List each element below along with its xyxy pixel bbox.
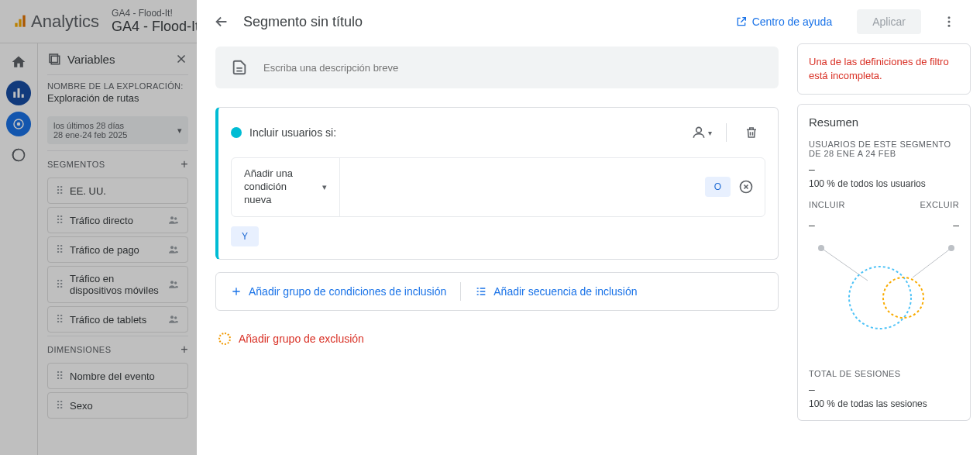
description-row	[215, 47, 779, 88]
add-condition-group-button[interactable]: Añadir grupo de condiciones de inclusión	[216, 276, 460, 307]
person-icon	[691, 125, 707, 140]
exclusion-icon	[218, 333, 231, 345]
svg-line-24	[821, 248, 868, 281]
sessions-count: –	[809, 383, 959, 395]
include-indicator-icon	[231, 127, 242, 138]
svg-point-26	[849, 267, 911, 329]
back-button[interactable]	[212, 12, 231, 31]
warning-text: Una de las definiciones de filtro está i…	[809, 55, 959, 83]
more-options-button[interactable]	[934, 6, 965, 37]
venn-diagram	[809, 242, 964, 335]
sequence-icon	[475, 285, 487, 298]
sessions-card: TOTAL DE SESIONES – 100 % de todas las s…	[797, 358, 971, 421]
summary-title: Resumen	[809, 115, 959, 129]
include-group-card: Incluir usuarios si: ▾ Añadir una condic…	[215, 107, 779, 260]
apply-button[interactable]: Aplicar	[857, 9, 921, 34]
include-label: INCLUIR	[809, 200, 845, 209]
include-title: Incluir usuarios si:	[249, 126, 679, 139]
trash-icon	[744, 126, 758, 140]
svg-point-21	[948, 25, 951, 27]
document-icon	[231, 59, 248, 76]
chevron-down-icon: ▾	[708, 129, 712, 137]
sessions-percent: 100 % de todas las sesiones	[809, 398, 959, 409]
add-exclusion-group-button[interactable]: Añadir grupo de exclusión	[215, 326, 779, 351]
add-include-row: Añadir grupo de condiciones de inclusión…	[215, 272, 779, 311]
scope-selector[interactable]: ▾	[687, 119, 715, 146]
more-vert-icon	[942, 15, 956, 29]
users-percent: 100 % de todos los usuarios	[809, 178, 959, 189]
plus-icon	[230, 285, 242, 298]
svg-point-19	[948, 16, 951, 19]
svg-line-25	[913, 248, 951, 277]
warning-card: Una de las definiciones de filtro está i…	[797, 43, 971, 95]
modal-header: Segmento sin título Centro de ayuda Apli…	[197, 0, 980, 43]
exclude-label: EXCLUIR	[920, 200, 959, 209]
chevron-down-icon: ▾	[322, 182, 327, 192]
summary-panel: Una de las definiciones de filtro está i…	[797, 43, 980, 455]
delete-group-button[interactable]	[738, 119, 765, 146]
segment-editor: Incluir usuarios si: ▾ Añadir una condic…	[197, 43, 797, 455]
condition-selector[interactable]: Añadir una condición nueva ▾	[232, 158, 340, 216]
and-button[interactable]: Y	[231, 226, 259, 246]
segment-builder-modal: Segmento sin título Centro de ayuda Apli…	[197, 0, 980, 455]
remove-condition-button[interactable]	[737, 178, 755, 196]
condition-row: Añadir una condición nueva ▾ O	[231, 157, 765, 217]
users-label: USUARIOS DE ESTE SEGMENTO DE 28 ENE A 24…	[809, 140, 959, 158]
description-input[interactable]	[263, 62, 763, 74]
summary-card: Resumen USUARIOS DE ESTE SEGMENTO DE 28 …	[797, 104, 971, 358]
or-button[interactable]: O	[705, 177, 731, 197]
sessions-label: TOTAL DE SESIONES	[809, 369, 959, 378]
svg-point-27	[883, 277, 923, 318]
add-sequence-button[interactable]: Añadir secuencia de inclusión	[461, 276, 651, 307]
segment-title-input[interactable]: Segmento sin título	[243, 14, 723, 30]
help-link[interactable]: Centro de ayuda	[735, 16, 833, 28]
open-in-new-icon	[735, 16, 748, 28]
svg-point-22	[696, 127, 701, 133]
users-count: –	[809, 163, 959, 175]
svg-point-20	[948, 21, 951, 23]
close-circle-icon	[738, 179, 754, 195]
